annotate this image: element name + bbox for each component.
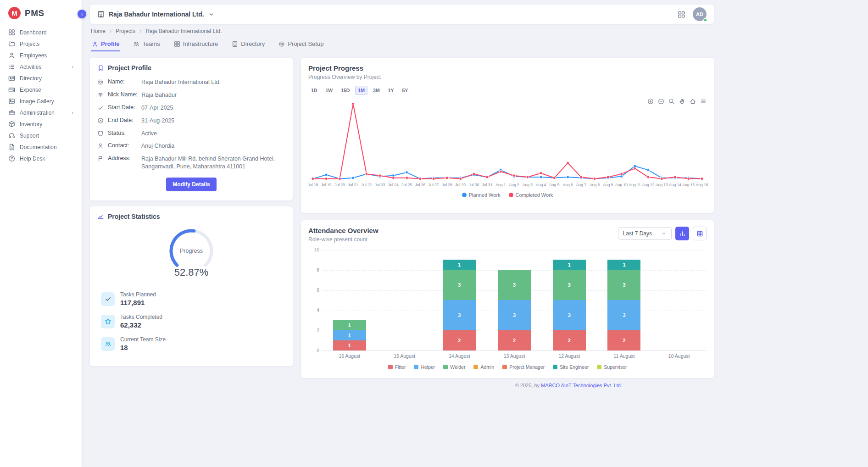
footer-company-link[interactable]: MARCO AIoT Technologies Pvt. Ltd. bbox=[541, 383, 622, 388]
x-axis-label: Aug 4 bbox=[536, 183, 546, 187]
bar-segment[interactable]: 1 bbox=[443, 260, 476, 270]
bar-segment[interactable]: 3 bbox=[443, 270, 476, 300]
x-axis-label: Jul 25 bbox=[401, 183, 412, 187]
stat-tasks-completed: Tasks Completed 62,332 bbox=[101, 314, 285, 329]
range-3m-button[interactable]: 3M bbox=[370, 86, 383, 95]
legend-item[interactable]: Completed Work bbox=[509, 192, 553, 198]
field-label: Name: bbox=[108, 78, 137, 85]
selection-zoom-icon[interactable] bbox=[668, 98, 675, 105]
range-1w-button[interactable]: 1W bbox=[323, 86, 335, 95]
bar-segment[interactable]: 1 bbox=[333, 340, 366, 350]
tab-directory[interactable]: Directory bbox=[231, 39, 266, 51]
sidebar-item-support[interactable]: Support bbox=[0, 130, 82, 141]
bar-segment[interactable]: 3 bbox=[498, 300, 531, 330]
app-logo[interactable]: M PMS bbox=[0, 0, 82, 27]
grid-icon bbox=[174, 41, 180, 47]
bar-segment[interactable]: 3 bbox=[607, 270, 640, 300]
gear-icon bbox=[97, 79, 104, 85]
range-1m-button[interactable]: 1M bbox=[355, 86, 367, 95]
y-axis-label: 0 bbox=[309, 348, 319, 353]
x-axis-label: Jul 20 bbox=[334, 183, 345, 187]
bar-segment[interactable]: 1 bbox=[553, 260, 586, 270]
bar-segment[interactable]: 3 bbox=[553, 270, 586, 300]
chart-legend: FitterHelperWelderAdminProject ManagerSi… bbox=[308, 364, 707, 370]
x-axis-label: Jul 24 bbox=[388, 183, 399, 187]
field-label: Start Date: bbox=[108, 104, 137, 111]
home-reset-icon[interactable] bbox=[690, 98, 696, 105]
sidebar-item-documentation[interactable]: Documentation bbox=[0, 141, 82, 153]
tab-project-setup[interactable]: Project Setup bbox=[278, 39, 324, 51]
tab-infrastructure[interactable]: Infrastructure bbox=[173, 39, 219, 51]
legend-item[interactable]: Welder bbox=[443, 364, 465, 370]
menu-icon[interactable] bbox=[700, 98, 707, 105]
bar-segment[interactable]: 2 bbox=[498, 330, 531, 350]
tab-profile[interactable]: Profile bbox=[91, 39, 120, 51]
sidebar-collapse-button[interactable] bbox=[78, 10, 86, 18]
sidebar-item-dashboard[interactable]: Dashboard bbox=[0, 27, 82, 38]
sidebar-item-help-desk[interactable]: Help Desk bbox=[0, 153, 82, 164]
box-icon bbox=[8, 121, 15, 128]
sidebar-item-employees[interactable]: Employees bbox=[0, 50, 82, 61]
bar-value-label: 2 bbox=[513, 338, 516, 343]
zoom-in-icon[interactable] bbox=[647, 98, 654, 105]
bar-segment[interactable]: 1 bbox=[333, 320, 366, 330]
x-axis-label: Jul 19 bbox=[321, 183, 332, 187]
bar-segment[interactable]: 1 bbox=[607, 260, 640, 270]
bar-chart-icon bbox=[679, 230, 686, 237]
legend-item[interactable]: Helper bbox=[414, 364, 435, 370]
zoom-out-icon[interactable] bbox=[658, 98, 664, 105]
profile-field-start-date: Start Date: 07-Apr-2025 bbox=[97, 104, 285, 112]
breadcrumb-projects[interactable]: Projects bbox=[116, 28, 135, 34]
sidebar: M PMS Dashboard Projects Employees Activ… bbox=[0, 0, 82, 467]
x-axis-label: 15 August bbox=[377, 353, 432, 359]
profile-field-contact: Contact: Anuj Chordia bbox=[97, 142, 285, 150]
sidebar-item-administration[interactable]: Administration › bbox=[0, 107, 82, 118]
legend-item[interactable]: Supervisor bbox=[597, 364, 627, 370]
legend-item[interactable]: Fitter bbox=[388, 364, 406, 370]
legend-item[interactable]: Site Engineer bbox=[553, 364, 589, 370]
bar-value-label: 2 bbox=[458, 338, 461, 343]
range-5y-button[interactable]: 5Y bbox=[399, 86, 411, 95]
table-view-button[interactable] bbox=[693, 227, 707, 240]
sidebar-item-directory[interactable]: Directory bbox=[0, 72, 82, 84]
shield-icon bbox=[97, 130, 104, 137]
modify-details-button[interactable]: Modify Details bbox=[166, 178, 216, 191]
legend-item[interactable]: Project Manager bbox=[502, 364, 545, 370]
bar-view-button[interactable] bbox=[675, 227, 689, 240]
range-1d-button[interactable]: 1D bbox=[308, 86, 320, 95]
sidebar-item-projects[interactable]: Projects bbox=[0, 38, 82, 50]
attendance-chart[interactable]: 0246810111233123323312331 bbox=[322, 250, 707, 351]
range-1y-button[interactable]: 1Y bbox=[385, 86, 397, 95]
bar-segment[interactable]: 3 bbox=[607, 300, 640, 330]
sidebar-item-inventory[interactable]: Inventory bbox=[0, 118, 82, 130]
range-15d-button[interactable]: 15D bbox=[338, 86, 352, 95]
chart-line-icon bbox=[97, 213, 104, 220]
project-progress-chart[interactable] bbox=[308, 98, 707, 183]
user-avatar[interactable]: AD bbox=[693, 7, 707, 21]
bar-segment[interactable]: 3 bbox=[443, 300, 476, 330]
bar-segment[interactable]: 2 bbox=[443, 330, 476, 350]
breadcrumb-current: Raja Bahadur International Ltd. bbox=[145, 28, 222, 34]
bar-segment[interactable]: 1 bbox=[333, 330, 366, 340]
legend-marker-icon bbox=[388, 365, 393, 369]
bar-value-label: 1 bbox=[348, 322, 351, 328]
legend-item[interactable]: Planned Work bbox=[462, 192, 501, 198]
attendance-range-select[interactable]: Last 7 Days bbox=[618, 227, 672, 240]
progress-gauge: Progress 52.87% bbox=[97, 227, 285, 278]
x-axis-label: Aug 8 bbox=[590, 183, 600, 187]
sidebar-item-activities[interactable]: Activities › bbox=[0, 61, 82, 72]
legend-item[interactable]: Admin bbox=[473, 364, 494, 370]
apps-grid-button[interactable] bbox=[678, 11, 685, 18]
sidebar-item-expense[interactable]: Expense bbox=[0, 84, 82, 95]
bar-segment[interactable]: 2 bbox=[607, 330, 640, 350]
bar-segment[interactable]: 3 bbox=[498, 270, 531, 300]
bar-segment[interactable]: 2 bbox=[553, 330, 586, 350]
pan-hand-icon[interactable] bbox=[679, 98, 685, 105]
sidebar-item-image-gallery[interactable]: Image Gallery bbox=[0, 95, 82, 107]
tab-teams[interactable]: Teams bbox=[132, 39, 161, 51]
x-axis-label: Aug 2 bbox=[509, 183, 519, 187]
breadcrumb-home[interactable]: Home bbox=[91, 28, 106, 34]
company-selector[interactable]: Raja Bahadur International Ltd. bbox=[97, 11, 214, 18]
bar-segment[interactable]: 3 bbox=[553, 300, 586, 330]
x-axis-label: Aug 13 bbox=[656, 183, 668, 187]
